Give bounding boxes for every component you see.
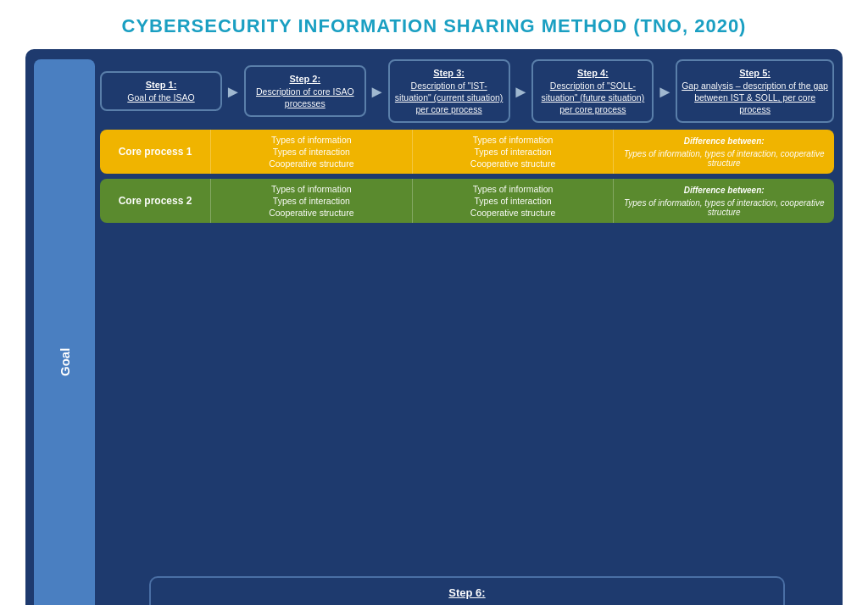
step5-num: Step 5: bbox=[682, 67, 828, 80]
arrow1: ► bbox=[225, 83, 242, 100]
process2-ist-cell: Types of information Types of interactio… bbox=[210, 179, 412, 223]
process2-diff-cell: Difference between: Types of information… bbox=[613, 179, 834, 223]
process2-cells: Types of information Types of interactio… bbox=[210, 179, 834, 223]
arrow-right-big: ⇨ bbox=[792, 602, 834, 605]
process1-ist-cell: Types of information Types of interactio… bbox=[210, 130, 412, 174]
step4-box: Step 4: Description of "SOLL-situation" … bbox=[531, 59, 654, 123]
step4-item: Step 4: Description of "SOLL-situation" … bbox=[531, 59, 676, 123]
step2-num: Step 2: bbox=[250, 73, 360, 86]
step6-box: Step 6: Implementation & evaluation Chan… bbox=[149, 576, 785, 605]
main-diagram: Goal Step 1: Goal of the ISAO ► bbox=[25, 49, 843, 605]
step3-desc: Description of "IST-situation" (current … bbox=[395, 80, 503, 114]
step6-num: Step 6: bbox=[164, 586, 770, 599]
step5-item: Step 5: Gap analysis – description of th… bbox=[676, 59, 834, 123]
step4-num: Step 4: bbox=[537, 67, 648, 80]
process1-label: Core process 1 bbox=[100, 130, 210, 174]
arrow-left-big: ⇦ bbox=[100, 602, 142, 605]
process1-soll-cell: Types of information Types of interactio… bbox=[412, 130, 614, 174]
process-row-1: Core process 1 Types of information Type… bbox=[100, 130, 834, 174]
bottom-section: ⇦ Step 6: Implementation & evaluation Ch… bbox=[100, 576, 834, 605]
step5-desc: Gap analysis – description of the gap be… bbox=[682, 80, 828, 114]
step3-item: Step 3: Description of "IST-situation" (… bbox=[388, 59, 532, 123]
step1-box: Step 1: Goal of the ISAO bbox=[100, 71, 222, 111]
process1-diff-cell: Difference between: Types of information… bbox=[613, 130, 834, 174]
page: CYBERSECURITY INFORMATION SHARING METHOD… bbox=[0, 0, 868, 605]
process-rows: Core process 1 Types of information Type… bbox=[100, 130, 834, 563]
step3-box: Step 3: Description of "IST-situation" (… bbox=[388, 59, 510, 123]
process1-cells: Types of information Types of interactio… bbox=[210, 130, 834, 174]
step1-desc: Goal of the ISAO bbox=[127, 92, 194, 103]
step1-item: Step 1: Goal of the ISAO ► bbox=[100, 59, 244, 123]
process2-soll-cell: Types of information Types of interactio… bbox=[412, 179, 614, 223]
goal-column: Goal bbox=[34, 59, 95, 605]
arrow4: ► bbox=[656, 83, 673, 100]
arrow3: ► bbox=[513, 83, 530, 100]
step2-box: Step 2: Description of core ISAO process… bbox=[244, 65, 366, 117]
process2-label: Core process 2 bbox=[100, 179, 210, 223]
step2-item: Step 2: Description of core ISAO process… bbox=[244, 59, 388, 123]
goal-box: Goal bbox=[34, 59, 95, 605]
step4-desc: Description of "SOLL-situation" (future … bbox=[542, 80, 645, 114]
page-title: CYBERSECURITY INFORMATION SHARING METHOD… bbox=[25, 15, 843, 37]
step3-num: Step 3: bbox=[394, 67, 504, 80]
full-layout: Goal Step 1: Goal of the ISAO ► bbox=[34, 59, 834, 605]
arrow2: ► bbox=[369, 83, 386, 100]
step2-desc: Description of core ISAO processes bbox=[256, 86, 354, 108]
right-main: Step 1: Goal of the ISAO ► Step 2: Descr… bbox=[100, 59, 834, 605]
step1-num: Step 1: bbox=[106, 79, 216, 92]
process-row-2: Core process 2 Types of information Type… bbox=[100, 179, 834, 223]
step5-box: Step 5: Gap analysis – description of th… bbox=[676, 59, 834, 123]
goal-label: Goal bbox=[58, 347, 72, 375]
steps-row: Step 1: Goal of the ISAO ► Step 2: Descr… bbox=[100, 59, 834, 123]
